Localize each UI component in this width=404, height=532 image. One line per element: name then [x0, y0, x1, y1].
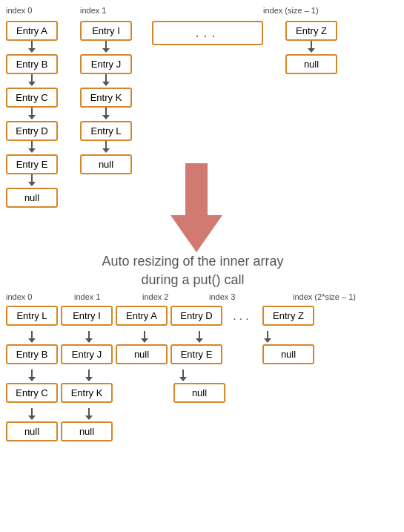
- bot-row3: null null: [6, 421, 113, 441]
- bot-arr0-last: [260, 331, 275, 344]
- bottom-diagram: index 0 index 1 index 2 index 3 index (2…: [0, 289, 404, 490]
- bot-index-0: index 0: [6, 291, 32, 302]
- arrow-c1-1: [99, 74, 113, 88]
- top-col0-entry2: Entry C: [6, 88, 58, 108]
- top-index-last: index (size – 1): [263, 4, 319, 16]
- top-col1-entry3: Entry L: [80, 121, 132, 141]
- bot-r1-c0: Entry B: [6, 344, 58, 364]
- bot-r3-c1: null: [61, 421, 113, 441]
- bot-row2: Entry C Entry K null: [6, 383, 225, 403]
- bot-r3-c0: null: [6, 421, 58, 441]
- top-col1-entry0: Entry I: [80, 21, 132, 41]
- arrow-c0-3: [24, 141, 39, 154]
- top-col0-entry1: Entry B: [6, 54, 58, 74]
- top-col0-entry3: Entry D: [6, 121, 58, 141]
- bot-arr2-c0: [24, 408, 39, 421]
- arrow-c1-2: [99, 108, 113, 121]
- bot-arr1-c1: [82, 370, 96, 383]
- bot-index-3: index 3: [209, 291, 235, 302]
- top-col0-entry4: Entry E: [6, 154, 58, 174]
- bot-row0: Entry L Entry I Entry A Entry D ... Entr…: [6, 306, 314, 326]
- top-col1-null: null: [80, 154, 132, 174]
- arrow-c0-1: [24, 74, 39, 88]
- top-col-last-null: null: [285, 54, 337, 74]
- bot-arr2-c1: [82, 408, 96, 421]
- arrow-c0-2: [24, 108, 39, 121]
- top-col0-null: null: [6, 188, 58, 208]
- bot-r0-dots: ...: [225, 309, 259, 323]
- bot-r0-c3: Entry D: [170, 306, 222, 326]
- svg-marker-0: [170, 163, 222, 252]
- bot-arr0-c1: [82, 331, 96, 344]
- top-col1-entry2: Entry K: [80, 88, 132, 108]
- bot-arr1-c3: [176, 370, 191, 383]
- bot-row1: Entry B Entry J null Entry E null: [6, 344, 314, 364]
- top-col0-entry0: Entry A: [6, 21, 58, 41]
- bot-arr0-c2: [137, 331, 152, 344]
- bot-r1-c2: null: [116, 344, 168, 364]
- top-col-last-entry0: Entry Z: [285, 21, 337, 41]
- bot-arrows-1: [6, 370, 191, 383]
- bot-arrows-2: [6, 408, 96, 421]
- bot-r1-c3: Entry E: [170, 344, 222, 364]
- bot-r0-c2: Entry A: [116, 306, 168, 326]
- arrow-c1-3: [99, 141, 113, 154]
- bot-r2-c3: null: [173, 383, 225, 403]
- bot-r2-c0: Entry C: [6, 383, 58, 403]
- bot-r1-c1: Entry J: [61, 344, 113, 364]
- bot-r0-c0: Entry L: [6, 306, 58, 326]
- bot-index-last: index (2*size – 1): [293, 291, 356, 302]
- top-col0: Entry A Entry B Entry C Entry D Entry E …: [6, 21, 58, 208]
- arrow-c0-4: [24, 174, 39, 188]
- bot-arr1-c0: [24, 370, 39, 383]
- bot-r2-c1: Entry K: [61, 383, 113, 403]
- arrow-c0-0: [24, 41, 39, 54]
- bot-arrows-0: [6, 331, 275, 344]
- arrow-last-0: [304, 41, 319, 54]
- top-ellipsis: ...: [152, 21, 263, 45]
- top-index-1: index 1: [80, 4, 106, 16]
- bot-r0-c1: Entry I: [61, 306, 113, 326]
- top-col-last: Entry Z null: [285, 21, 337, 74]
- top-col1-entry1: Entry J: [80, 54, 132, 74]
- top-diagram: index 0 index 1 index (size – 1) Entry A…: [0, 0, 404, 289]
- arrow-c1-0: [99, 41, 113, 54]
- top-index-0: index 0: [6, 4, 32, 16]
- bot-r1-last: null: [262, 344, 314, 364]
- bot-arr0-c0: [24, 331, 39, 344]
- top-col1: Entry I Entry J Entry K Entry L null: [80, 21, 132, 174]
- bot-index-2: index 2: [142, 291, 168, 302]
- bot-arr0-c3: [192, 331, 207, 344]
- bot-r0-last: Entry Z: [262, 306, 314, 326]
- big-down-arrow: [170, 163, 222, 260]
- top-col-dots: ...: [152, 21, 263, 45]
- bot-index-1: index 1: [74, 291, 100, 302]
